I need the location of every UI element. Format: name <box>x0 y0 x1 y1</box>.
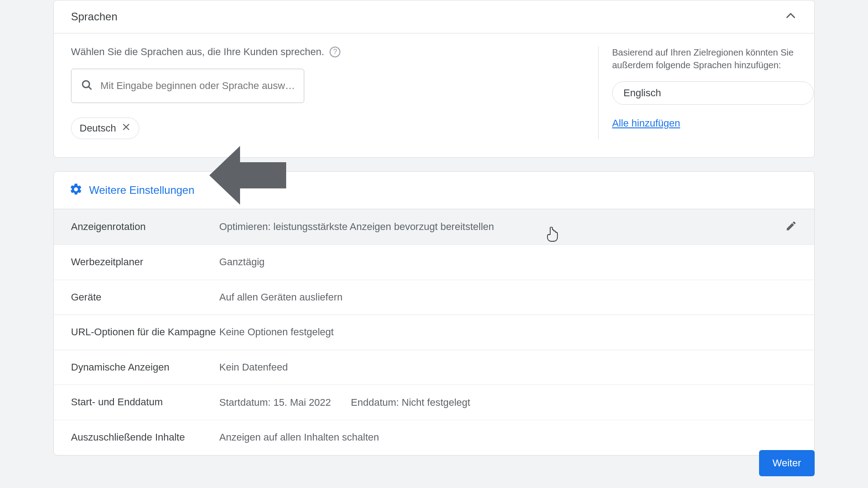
languages-left: Wählen Sie die Sprachen aus, die Ihre Ku… <box>71 46 598 139</box>
settings-row-label: Dynamische Anzeigen <box>71 361 219 374</box>
more-settings-panel: Weitere Einstellungen AnzeigenrotationOp… <box>53 171 815 455</box>
suggestions-text: Basierend auf Ihren Zielregionen könnten… <box>612 46 797 71</box>
settings-row-label: Auszuschließende Inhalte <box>71 431 219 444</box>
languages-body: Wählen Sie die Sprachen aus, die Ihre Ku… <box>54 33 814 157</box>
settings-row-value: Keine Optionen festgelegt <box>219 326 797 338</box>
help-icon[interactable]: ? <box>330 47 340 57</box>
settings-row[interactable]: Auszuschließende InhalteAnzeigen auf all… <box>54 420 814 455</box>
settings-row[interactable]: AnzeigenrotationOptimieren: leistungsstä… <box>54 209 814 245</box>
settings-row[interactable]: WerbezeitplanerGanztägig <box>54 245 814 280</box>
languages-panel-header[interactable]: Sprachen <box>54 0 814 33</box>
settings-row[interactable]: GeräteAuf allen Geräten ausliefern <box>54 280 814 315</box>
settings-row-label: Geräte <box>71 291 219 304</box>
settings-row-label: Anzeigenrotation <box>71 221 219 234</box>
settings-row-value-part: Startdatum: 15. Mai 2022 <box>219 397 331 408</box>
settings-row-value: Startdatum: 15. Mai 2022Enddatum: Nicht … <box>219 397 797 408</box>
settings-row-label: Start- und Enddatum <box>71 396 219 409</box>
languages-panel: Sprachen Wählen Sie die Sprachen aus, di… <box>53 0 815 158</box>
settings-row[interactable]: Start- und EnddatumStartdatum: 15. Mai 2… <box>54 385 814 420</box>
languages-title: Sprachen <box>71 10 118 23</box>
suggested-language-chip[interactable]: Englisch <box>612 81 814 105</box>
gear-icon <box>69 183 83 198</box>
settings-row-value: Optimieren: leistungsstärkste Anzeigen b… <box>219 221 785 233</box>
chevron-up-icon[interactable] <box>784 9 797 24</box>
svg-line-1 <box>89 87 91 89</box>
settings-row-label: URL-Optionen für die Kampagne <box>71 326 219 339</box>
languages-suggestions: Basierend auf Ihren Zielregionen könnten… <box>598 46 797 139</box>
more-settings-header[interactable]: Weitere Einstellungen <box>54 172 814 209</box>
settings-rows: AnzeigenrotationOptimieren: leistungsstä… <box>54 209 814 455</box>
settings-row-value: Kein Datenfeed <box>219 361 797 373</box>
settings-row-label: Werbezeitplaner <box>71 256 219 269</box>
language-search-box[interactable] <box>71 69 304 103</box>
add-all-link[interactable]: Alle hinzufügen <box>612 117 797 129</box>
language-chip-deutsch[interactable]: Deutsch <box>71 117 139 139</box>
settings-row[interactable]: URL-Optionen für die KampagneKeine Optio… <box>54 315 814 350</box>
settings-row-value: Ganztägig <box>219 256 797 268</box>
selected-language-chips: Deutsch <box>71 117 598 139</box>
settings-row[interactable]: Dynamische AnzeigenKein Datenfeed <box>54 350 814 385</box>
search-icon <box>80 79 93 93</box>
languages-instruction: Wählen Sie die Sprachen aus, die Ihre Ku… <box>71 46 598 58</box>
settings-row-value: Auf allen Geräten ausliefern <box>219 291 797 303</box>
languages-instruction-text: Wählen Sie die Sprachen aus, die Ihre Ku… <box>71 46 324 58</box>
arrow-annotation <box>209 146 286 205</box>
suggested-language-label: Englisch <box>623 87 661 99</box>
svg-marker-4 <box>209 146 286 205</box>
edit-icon[interactable] <box>785 220 797 234</box>
language-chip-label: Deutsch <box>80 122 116 134</box>
close-icon[interactable] <box>122 122 131 134</box>
language-search-input[interactable] <box>100 80 295 92</box>
more-settings-title: Weitere Einstellungen <box>89 184 194 197</box>
settings-row-value-part: Enddatum: Nicht festgelegt <box>351 397 470 408</box>
settings-row-value: Anzeigen auf allen Inhalten schalten <box>219 432 797 443</box>
continue-button[interactable]: Weiter <box>759 450 815 476</box>
